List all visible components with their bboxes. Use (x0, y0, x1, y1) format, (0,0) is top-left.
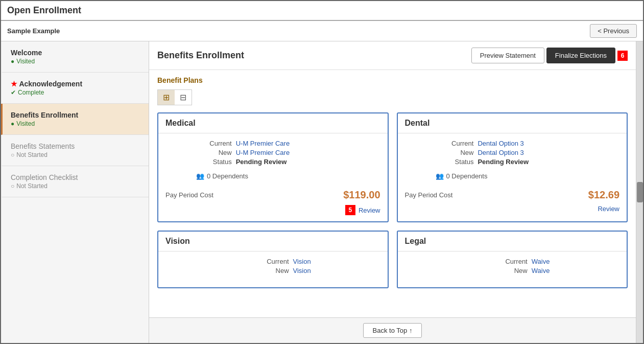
medical-current-label: Current (165, 140, 236, 149)
card-view-button[interactable]: ⊞ (158, 90, 175, 105)
card-view-icon: ⊞ (163, 93, 170, 102)
medical-pay-cost: $119.00 (343, 189, 380, 201)
legal-plan-details: Current Waive New Waive (405, 258, 620, 276)
sidebar-welcome-title: Welcome (11, 49, 140, 57)
sidebar-item-acknowledgement[interactable]: ★ Acknowledgement ✔ Complete (1, 73, 149, 104)
acknowledgement-dot-icon: ✔ (11, 89, 16, 96)
sub-header-title: Sample Example (7, 27, 60, 35)
dental-new-value: Dental Option 3 (478, 149, 619, 158)
sidebar-acknowledgement-status: ✔ Complete (11, 89, 140, 96)
dental-status-label: Status (405, 158, 478, 167)
benefits-enrollment-header: Benefits Enrollment Preview Statement Fi… (149, 41, 636, 70)
acknowledgement-status-label: Complete (18, 89, 44, 96)
header-buttons: Preview Statement Finalize Elections 6 (471, 48, 628, 63)
medical-plan-body: Current U-M Premier Care New U-M Premier… (158, 133, 388, 221)
medical-pay-label: Pay Period Cost (165, 191, 213, 199)
medical-review-badge: 5 (345, 205, 355, 215)
dental-plan-body: Current Dental Option 3 New Dental Optio… (398, 133, 627, 219)
dental-dependents-row: 👥 0 Dependents (436, 172, 620, 180)
medical-dependents-value: 0 Dependents (207, 172, 248, 180)
sidebar-item-benefits-enrollment[interactable]: Benefits Enrollment ● Visited (1, 104, 149, 135)
vision-plan-title: Vision (158, 232, 388, 251)
dental-new-label: New (405, 149, 478, 158)
vision-current-label: Current (165, 258, 293, 267)
main-with-scroll: Benefits Enrollment Preview Statement Fi… (149, 41, 643, 343)
dental-current-value: Dental Option 3 (478, 140, 619, 149)
legal-current-row: Current Waive (405, 258, 620, 267)
vision-new-row: New Vision (165, 267, 380, 276)
sidebar-statements-status: ○ Not Started (11, 151, 140, 158)
vision-current-value: Vision (293, 258, 380, 267)
benefit-plans-label: Benefit Plans (157, 76, 628, 84)
medical-pay-period-row: Pay Period Cost $119.00 (165, 185, 380, 201)
dental-status-value: Pending Review (478, 158, 619, 167)
sidebar: Welcome ● Visited ★ Acknowledgement ✔ Co… (1, 41, 149, 343)
page-header: Open Enrollment (1, 1, 643, 21)
grid-view-button[interactable]: ⊟ (175, 90, 192, 105)
medical-plan-title: Medical (158, 113, 388, 133)
statements-status-label: Not Started (16, 151, 47, 158)
dental-plan-details: Current Dental Option 3 New Dental Optio… (405, 140, 620, 167)
dependents-icon: 👥 (196, 172, 204, 180)
sidebar-item-benefits-statements[interactable]: Benefits Statements ○ Not Started (1, 135, 149, 166)
back-to-top-button[interactable]: Back to Top ↑ (363, 323, 422, 338)
benefit-plans-section: Benefit Plans ⊞ ⊟ Medi (149, 70, 636, 317)
medical-dependents-row: 👥 0 Dependents (196, 172, 380, 180)
footer-bar: Back to Top ↑ (149, 317, 636, 343)
vision-plan-body: Current Vision New Vision (158, 251, 388, 287)
preview-statement-button[interactable]: Preview Statement (471, 48, 544, 63)
acknowledgement-star-icon: ★ (11, 80, 19, 88)
legal-current-label: Current (405, 258, 532, 267)
medical-status-row: Status Pending Review (165, 158, 380, 167)
finalize-elections-button[interactable]: Finalize Elections (546, 48, 615, 63)
sidebar-item-completion-checklist[interactable]: Completion Checklist ○ Not Started (1, 166, 149, 197)
scrollbar[interactable] (636, 41, 643, 343)
medical-review-link[interactable]: Review (359, 207, 380, 214)
previous-button[interactable]: < Previous (590, 24, 637, 38)
statements-dot-icon: ○ (11, 151, 14, 158)
dental-pay-cost: $12.69 (588, 189, 619, 201)
medical-review-area: 5 Review (165, 205, 380, 215)
grid-view-icon: ⊟ (180, 93, 186, 102)
finalize-badge: 6 (617, 51, 628, 61)
sidebar-statements-title: Benefits Statements (11, 142, 140, 150)
dental-dependents-value: 0 Dependents (446, 172, 488, 180)
medical-current-row: Current U-M Premier Care (165, 140, 380, 149)
welcome-status-label: Visited (16, 58, 35, 65)
medical-plan-details: Current U-M Premier Care New U-M Premier… (165, 140, 380, 167)
legal-new-label: New (405, 267, 532, 276)
sidebar-welcome-status: ● Visited (11, 58, 140, 65)
benefits-status-label: Visited (16, 120, 35, 127)
legal-plan-card: Legal Current Waive New Waive (397, 231, 628, 288)
vision-new-label: New (165, 267, 293, 276)
body-area: Welcome ● Visited ★ Acknowledgement ✔ Co… (1, 41, 643, 343)
dental-status-row: Status Pending Review (405, 158, 620, 167)
medical-new-row: New U-M Premier Care (165, 149, 380, 158)
benefits-dot-icon: ● (11, 120, 14, 127)
legal-current-value: Waive (532, 258, 619, 267)
medical-current-value: U-M Premier Care (236, 140, 380, 149)
sub-header: Sample Example < Previous (1, 21, 643, 41)
sidebar-acknowledgement-title: ★ Acknowledgement (11, 80, 140, 88)
vision-current-row: Current Vision (165, 258, 380, 267)
dental-current-label: Current (405, 140, 478, 149)
sidebar-item-welcome[interactable]: Welcome ● Visited (1, 41, 149, 73)
medical-new-label: New (165, 149, 236, 158)
dental-review-area: Review (405, 205, 620, 213)
welcome-dot-icon: ● (11, 58, 14, 65)
main-content: Benefits Enrollment Preview Statement Fi… (149, 41, 636, 343)
scroll-thumb[interactable] (637, 182, 643, 202)
dental-plan-title: Dental (398, 113, 627, 133)
checklist-dot-icon: ○ (11, 182, 14, 190)
sidebar-benefits-status: ● Visited (11, 120, 140, 127)
view-toggles: ⊞ ⊟ (157, 89, 192, 105)
sidebar-benefits-title: Benefits Enrollment (11, 111, 140, 119)
page-title: Open Enrollment (7, 5, 637, 16)
plans-grid: Medical Current U-M Premier Care New (157, 112, 628, 288)
vision-plan-card: Vision Current Vision New Visio (157, 231, 389, 288)
medical-status-label: Status (165, 158, 236, 167)
vision-plan-details: Current Vision New Vision (165, 258, 380, 276)
legal-new-value: Waive (532, 267, 619, 276)
dental-review-link[interactable]: Review (598, 205, 619, 213)
medical-new-value: U-M Premier Care (236, 149, 380, 158)
